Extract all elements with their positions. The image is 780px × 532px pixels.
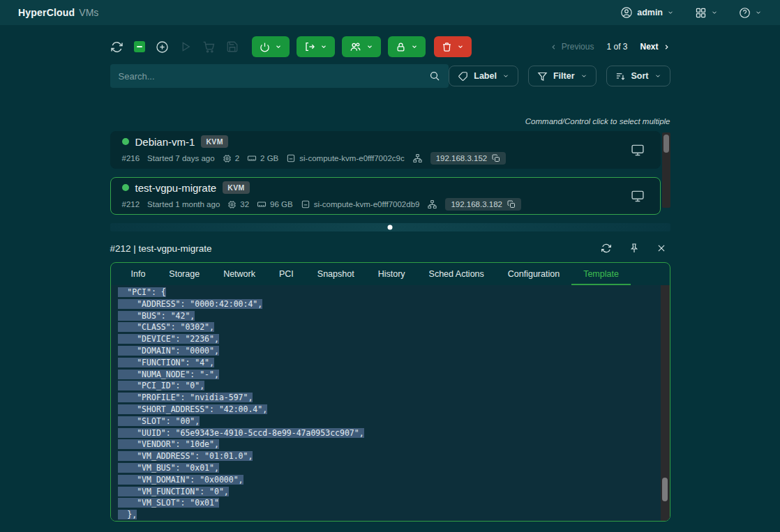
help-menu[interactable] [739,7,762,19]
ownership-actions-button[interactable] [342,36,381,57]
sort-dropdown-button[interactable]: Sort [606,66,670,86]
lock-actions-button[interactable] [388,36,426,57]
power-actions-button[interactable] [252,36,290,57]
vm-id: #216 [122,154,140,162]
scrollbar-thumb[interactable] [663,135,669,153]
previous-page-button[interactable]: Previous [550,42,594,52]
search-icon [429,70,440,82]
tab-configuration[interactable]: Configuration [496,263,571,285]
code-line: "PCI_ID": "0", [118,380,670,392]
code-line: "VM_SLOT": "0x01" [118,497,670,509]
copy-icon [507,200,516,208]
vm-host: si-compute-kvm-e0fff7002c9c [299,154,404,162]
power-icon [260,42,270,52]
vm-cpu: 32 [240,200,249,208]
vm-started: Started 1 month ago [147,200,220,208]
cpu-icon [223,154,232,163]
vm-cpu: 2 [235,154,239,162]
refresh-button[interactable] [110,40,123,54]
code-line: "UUID": "65e9343e-4910-5ccd-8e99-47a0953… [118,427,670,439]
vnc-console-button[interactable] [631,143,649,157]
code-line: "VM_ADDRESS": "01:01.0", [118,450,670,462]
tab-storage[interactable]: Storage [157,263,211,285]
tab-info[interactable]: Info [119,263,158,285]
tab-pci[interactable]: PCI [267,263,306,285]
chevron-left-icon [550,43,557,51]
brand-name: HyperCloud [18,7,75,18]
pagination: Previous 1 of 3 Next [550,42,670,52]
tab-template[interactable]: Template [571,263,631,285]
status-dot-running [122,138,129,145]
close-icon[interactable] [657,243,666,253]
resume-button[interactable] [179,40,192,53]
monitor-icon [631,189,645,203]
page-indicator: 1 of 3 [606,42,627,52]
code-line: "PROFILE": "nvidia-597", [118,392,670,404]
chevron-right-icon [663,43,670,51]
lock-icon [396,42,406,52]
code-line: "SLOT": "00", [118,416,670,427]
vnc-console-button[interactable] [631,189,649,203]
hypervisor-badge: KVM [223,181,250,194]
tab-history[interactable]: History [366,263,417,285]
code-line: "SHORT_ADDRESS": "42:00.4", [118,404,670,416]
copy-icon [492,154,500,162]
vm-list-scrollbar[interactable] [662,132,670,208]
create-vm-button[interactable] [156,40,169,54]
indeterminate-icon [137,46,142,47]
panel-resize-handle[interactable] [110,223,670,231]
label-dropdown-button[interactable]: Label [449,66,518,86]
apps-menu[interactable] [695,7,718,19]
next-page-button[interactable]: Next [640,42,670,52]
chevron-down-icon [411,43,418,50]
vm-name: test-vgpu-migrate [135,182,217,194]
vm-ip-pill[interactable]: 192.168.3.182 [445,198,521,211]
pin-button[interactable] [629,243,640,254]
vm-ip-pill[interactable]: 192.168.3.152 [430,152,507,165]
code-line: "NUMA_NODE": "-", [118,369,670,381]
code-line: "VM_FUNCTION": "0", [118,486,670,498]
template-code[interactable]: "PCI": { "ADDRESS": "0000:42:00:4", "BUS… [111,285,670,521]
detail-header: #212 | test-vgpu-migrate [110,236,670,261]
tab-sched-actions[interactable]: Sched Actions [417,263,496,285]
trash-icon [442,42,452,52]
user-menu[interactable]: admin [620,6,674,19]
top-navbar: HyperCloud VMs admin [0,0,780,25]
code-line: "CLASS": "0302", [118,321,670,333]
chevron-down-icon [502,73,509,79]
chevron-down-icon [755,9,762,16]
migrate-icon [304,41,315,52]
code-line: "DOMAIN": "0000", [118,345,670,357]
search-input[interactable] [119,71,430,82]
filter-dropdown-button[interactable]: Filter [528,66,597,86]
host-icon [301,199,310,209]
code-line: "VM_DOMAIN": "0x0000", [118,474,670,486]
vm-host: si-compute-kvm-e0fff7002db9 [314,200,420,208]
status-dot-running [122,184,129,191]
code-line: "VM_BUS": "0x01", [118,462,670,474]
vm-name: Debian-vm-1 [135,136,195,148]
detail-refresh-button[interactable] [601,243,612,254]
users-icon [350,41,361,53]
tab-snapshot[interactable]: Snapshot [306,263,366,285]
terminate-actions-button[interactable] [434,36,472,57]
code-line: "FUNCTION": "4", [118,357,670,369]
monitor-icon [631,143,645,157]
save-button[interactable] [226,40,239,53]
scrollbar-thumb[interactable] [662,478,668,501]
memory-icon [247,153,257,163]
select-all-checkbox[interactable] [134,41,145,52]
detail-title: #212 | test-vgpu-migrate [110,243,212,254]
chevron-down-icon [654,73,661,79]
network-icon [427,199,437,210]
help-icon [739,7,751,19]
code-scrollbar[interactable] [661,285,670,521]
migrate-actions-button[interactable] [297,36,335,57]
vm-ip: 192.168.3.182 [451,200,502,208]
vm-ram: 2 GB [260,154,278,162]
vm-row-debian-vm-1[interactable]: Debian-vm-1 KVM #216 Started 7 days ago … [110,131,661,169]
vm-row-test-vgpu-migrate[interactable]: test-vgpu-migrate KVM #212 Started 1 mon… [110,177,661,215]
tab-network[interactable]: Network [211,263,267,285]
chevron-down-icon [711,9,718,16]
marketplace-button[interactable] [202,40,216,54]
